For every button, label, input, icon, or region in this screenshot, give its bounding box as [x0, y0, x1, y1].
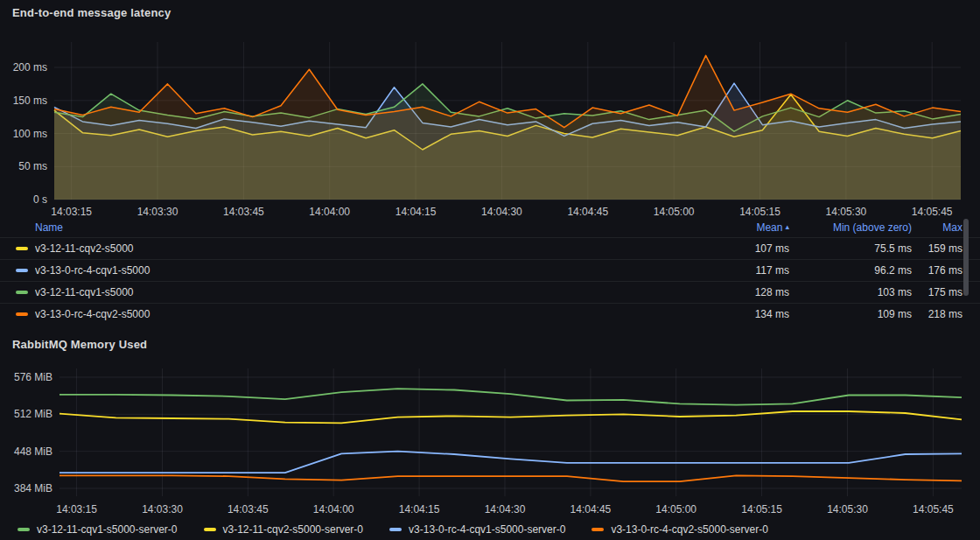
- x-tick-label: 14:03:30: [137, 206, 178, 218]
- legend-item[interactable]: v3-13-0-rc-4-cqv2-s5000-server-0: [592, 523, 767, 536]
- legend-swatch: [592, 528, 604, 531]
- legend-table: Name Mean▴ Min (above zero) Max v3-12-11…: [0, 217, 980, 325]
- x-tick-label: 14:04:15: [396, 206, 437, 218]
- table-row: v3-13-0-rc-4-cqv1-s5000117 ms96.2 ms176 …: [0, 259, 980, 281]
- y-tick-label: 448 MiB: [14, 445, 52, 458]
- series-swatch: [16, 269, 28, 272]
- column-header-min[interactable]: Min (above zero): [789, 221, 912, 234]
- series-swatch: [16, 247, 28, 250]
- memory-panel-title: RabbitMQ Memory Used: [12, 338, 147, 351]
- x-tick-label: 14:03:30: [142, 503, 183, 515]
- x-tick-label: 14:05:15: [741, 503, 782, 515]
- table-row: v3-13-0-rc-4-cqv2-s5000134 ms109 ms218 m…: [0, 303, 980, 325]
- max-value: 176 ms: [912, 264, 962, 277]
- y-tick-label: 576 MiB: [14, 371, 52, 383]
- min-value: 109 ms: [789, 308, 912, 320]
- legend-label: v3-13-0-rc-4-cqv1-s5000-server-0: [409, 523, 565, 536]
- legend-swatch: [204, 528, 216, 531]
- series-line: [60, 411, 962, 423]
- series-line: [60, 452, 962, 473]
- min-value: 96.2 ms: [789, 264, 912, 277]
- x-tick-label: 14:03:15: [56, 503, 97, 515]
- x-tick-label: 14:05:00: [654, 206, 695, 218]
- x-tick-label: 14:05:45: [912, 206, 953, 218]
- column-header-mean[interactable]: Mean▴: [676, 221, 789, 234]
- series-swatch: [16, 312, 28, 316]
- x-tick-label: 14:04:00: [313, 503, 354, 515]
- y-tick-label: 100 ms: [13, 128, 47, 140]
- y-tick-label: 200 ms: [13, 61, 47, 74]
- series-name[interactable]: v3-12-11-cqv1-s5000: [35, 286, 676, 298]
- y-tick-label: 50 ms: [18, 160, 47, 172]
- y-tick-label: 150 ms: [13, 95, 47, 107]
- x-tick-label: 14:05:00: [655, 503, 696, 515]
- max-value: 159 ms: [912, 242, 962, 255]
- mean-value: 128 ms: [676, 286, 789, 298]
- legend-table-body: v3-12-11-cqv2-s5000107 ms75.5 ms159 msv3…: [0, 237, 980, 325]
- series-name[interactable]: v3-13-0-rc-4-cqv2-s5000: [35, 308, 676, 320]
- legend-item[interactable]: v3-13-0-rc-4-cqv1-s5000-server-0: [389, 523, 565, 536]
- legend-item[interactable]: v3-12-11-cqv2-s5000-server-0: [204, 523, 364, 536]
- x-tick-label: 14:04:00: [309, 206, 350, 218]
- latency-chart[interactable]: 14:03:1514:03:3014:03:4514:04:0014:04:15…: [0, 35, 980, 221]
- mean-value: 134 ms: [676, 308, 789, 320]
- series-line: [60, 475, 962, 481]
- x-tick-label: 14:03:45: [228, 503, 269, 515]
- memory-chart[interactable]: 14:03:1514:03:3014:03:4514:04:0014:04:15…: [0, 363, 980, 521]
- series-line: [60, 389, 962, 405]
- x-tick-label: 14:05:15: [739, 206, 780, 218]
- y-tick-label: 0 s: [33, 193, 47, 206]
- x-tick-label: 14:04:45: [570, 503, 612, 515]
- x-tick-label: 14:04:15: [399, 503, 440, 515]
- table-row: v3-12-11-cqv1-s5000128 ms103 ms175 ms: [0, 281, 980, 303]
- series-name[interactable]: v3-13-0-rc-4-cqv1-s5000: [35, 264, 676, 277]
- table-scrollbar[interactable]: [963, 219, 969, 296]
- x-tick-label: 14:04:45: [567, 206, 608, 218]
- x-tick-label: 14:04:30: [481, 206, 522, 218]
- series-area: [54, 55, 961, 200]
- x-tick-label: 14:05:30: [827, 503, 868, 515]
- series-swatch: [16, 291, 28, 294]
- min-value: 103 ms: [789, 286, 912, 298]
- latency-panel-title: End-to-end message latency: [12, 6, 171, 19]
- legend-item[interactable]: v3-12-11-cqv1-s5000-server-0: [18, 523, 178, 536]
- max-value: 218 ms: [912, 308, 962, 320]
- legend-label: v3-12-11-cqv1-s5000-server-0: [37, 523, 178, 536]
- x-tick-label: 14:05:45: [913, 503, 954, 515]
- legend-table-header: Name Mean▴ Min (above zero) Max: [0, 217, 980, 237]
- max-value: 175 ms: [912, 286, 962, 298]
- min-value: 75.5 ms: [789, 242, 912, 255]
- table-row: v3-12-11-cqv2-s5000107 ms75.5 ms159 ms: [0, 237, 980, 259]
- legend-label: v3-12-11-cqv2-s5000-server-0: [223, 523, 364, 536]
- x-tick-label: 14:05:30: [826, 206, 867, 218]
- legend-swatch: [389, 528, 402, 531]
- mean-value: 107 ms: [676, 242, 789, 255]
- series-name[interactable]: v3-12-11-cqv2-s5000: [35, 242, 676, 255]
- y-tick-label: 512 MiB: [14, 408, 52, 420]
- y-tick-label: 384 MiB: [14, 482, 52, 494]
- mean-value: 117 ms: [676, 264, 789, 277]
- x-tick-label: 14:03:15: [51, 206, 92, 218]
- column-header-max[interactable]: Max: [912, 221, 962, 234]
- x-tick-label: 14:04:30: [485, 503, 526, 515]
- legend-swatch: [18, 528, 30, 531]
- column-header-name[interactable]: Name: [35, 221, 676, 234]
- x-tick-label: 14:03:45: [223, 206, 264, 218]
- memory-legend: v3-12-11-cqv1-s5000-server-0v3-12-11-cqv…: [18, 523, 768, 536]
- legend-label: v3-13-0-rc-4-cqv2-s5000-server-0: [611, 523, 767, 536]
